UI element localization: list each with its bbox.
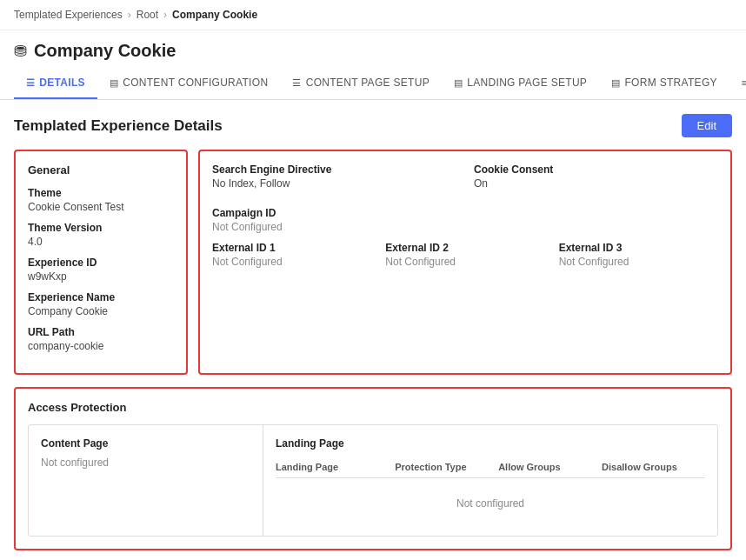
external-id-2-value: Not Configured [385,256,544,268]
access-inner: Content Page Not configured Landing Page… [28,424,718,537]
content-page-section: Content Page Not configured [29,425,263,536]
section-header-row: Templated Experience Details Edit [14,114,732,137]
tab-landing-page-setup[interactable]: ▤ LANDING PAGE SETUP [442,68,599,99]
url-path-field: URL Path company-cookie [28,326,174,352]
external-id-3-label: External ID 3 [559,242,718,254]
edit-button[interactable]: Edit [682,114,732,137]
th-landing-page: Landing Page [276,462,395,472]
tab-content-config-label: CONTENT CONFIGURATION [123,77,268,89]
page-header: ⛃ Company Cookie [0,30,746,61]
external-id-1-field: External ID 1 Not Configured [212,242,371,268]
breadcrumb: Templated Experiences › Root › Company C… [0,0,746,30]
tab-form-strategy[interactable]: ▤ FORM STRATEGY [599,68,729,99]
tab-details-label: DETAILS [39,77,85,89]
bc-item-1[interactable]: Templated Experiences [14,9,123,21]
cookie-consent-field: Cookie Consent On [474,163,718,190]
bc-sep-2: › [163,9,167,21]
cookie-consent-label: Cookie Consent [474,163,718,176]
general-card: General Theme Cookie Consent Test Theme … [14,150,188,375]
tab-form-strategy-icon: ▤ [611,77,620,89]
section-title: Templated Experience Details [14,117,223,135]
content-page-label: Content Page [41,437,250,450]
theme-value: Cookie Consent Test [28,201,174,213]
experience-id-label: Experience ID [28,257,174,269]
external-id-3-value: Not Configured [559,256,718,268]
search-directive-value: No Index, Follow [212,177,456,190]
page-content: Templated Experience Details Edit Genera… [0,100,746,560]
theme-version-field: Theme Version 4.0 [28,222,174,248]
search-directive-label: Search Engine Directive [212,163,456,176]
experience-name-label: Experience Name [28,291,174,303]
bc-item-3: Company Cookie [172,9,257,21]
page-title: Company Cookie [34,41,176,61]
tab-navigation-icon: ≡ [742,77,746,88]
url-path-value: company-cookie [28,340,174,352]
experience-name-value: Company Cookie [28,305,174,317]
search-engine-card: Search Engine Directive No Index, Follow… [198,150,732,375]
landing-page-empty: Not configured [276,483,705,523]
url-path-label: URL Path [28,326,174,338]
tab-details-icon: ☰ [26,77,35,89]
campaign-id-field: Campaign ID Not Configured [212,207,718,233]
landing-page-label: Landing Page [276,437,705,450]
theme-label: Theme [28,187,174,199]
tab-content-config[interactable]: ▤ CONTENT CONFIGURATION [97,68,281,99]
cookie-consent-value: On [474,177,718,190]
campaign-id-value: Not Configured [212,221,718,233]
tab-content-page-setup-icon: ☰ [292,77,301,89]
bc-item-2[interactable]: Root [137,9,158,21]
theme-version-label: Theme Version [28,222,174,234]
access-protection-card: Access Protection Content Page Not confi… [14,387,732,550]
th-protection-type: Protection Type [395,462,498,472]
theme-field: Theme Cookie Consent Test [28,187,174,213]
tab-content-page-setup-label: CONTENT PAGE SETUP [306,77,430,89]
page-icon: ⛃ [14,42,27,61]
search-directive-field: Search Engine Directive No Index, Follow [212,163,456,190]
tab-content-page-setup[interactable]: ☰ CONTENT PAGE SETUP [280,68,442,99]
general-card-title: General [28,163,174,177]
tab-content-config-icon: ▤ [110,77,118,89]
experience-id-field: Experience ID w9wKxp [28,257,174,283]
landing-page-section: Landing Page Landing Page Protection Typ… [263,425,717,536]
tab-details[interactable]: ☰ DETAILS [14,68,97,99]
content-page-value: Not configured [41,457,250,469]
tab-form-strategy-label: FORM STRATEGY [624,77,716,89]
th-allow-groups: Allow Groups [498,462,602,472]
external-id-3-field: External ID 3 Not Configured [559,242,718,268]
experience-id-value: w9wKxp [28,270,174,283]
external-id-1-value: Not Configured [212,256,371,268]
landing-page-table-header: Landing Page Protection Type Allow Group… [276,457,705,478]
bc-sep-1: › [128,9,131,21]
tab-landing-page-setup-icon: ▤ [454,77,463,89]
th-disallow-groups: Disallow Groups [602,462,705,472]
external-id-2-field: External ID 2 Not Configured [385,242,544,268]
experience-name-field: Experience Name Company Cookie [28,291,174,317]
details-grid: General Theme Cookie Consent Test Theme … [14,150,732,375]
tabs-bar: ☰ DETAILS ▤ CONTENT CONFIGURATION ☰ CONT… [0,68,746,100]
tab-landing-page-setup-label: LANDING PAGE SETUP [467,77,587,89]
access-protection-title: Access Protection [28,401,718,414]
external-id-2-label: External ID 2 [385,242,544,254]
external-id-1-label: External ID 1 [212,242,371,254]
tab-navigation[interactable]: ≡ NAVIGATION [729,68,746,99]
theme-version-value: 4.0 [28,236,174,248]
campaign-id-label: Campaign ID [212,207,718,219]
